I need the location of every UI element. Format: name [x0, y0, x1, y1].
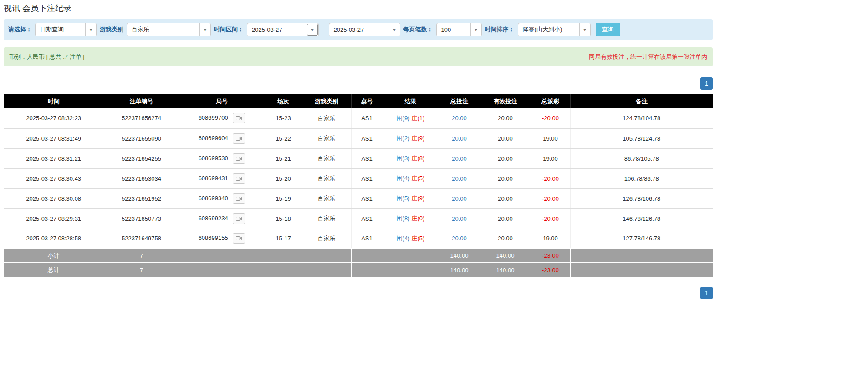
total-row: 总计 7 140.00 140.00 -23.00: [4, 263, 713, 277]
round-video-button[interactable]: [233, 213, 245, 224]
currency-total-text: 币别：人民币 | 总共 :7 注单 |: [9, 53, 85, 61]
cell-session: 15-17: [265, 229, 302, 249]
search-button[interactable]: 查询: [596, 23, 620, 36]
cell-remark: 146.78/126.78: [570, 208, 713, 229]
total-bet-link[interactable]: 20.00: [452, 215, 467, 222]
chevron-down-icon[interactable]: ▾: [307, 24, 318, 36]
summary-bar: 币别：人民币 | 总共 :7 注单 | 同局有效投注，统一计算在该局第一张注单内: [4, 47, 713, 66]
cell-game-type: 百家乐: [302, 148, 351, 168]
page-1-button[interactable]: 1: [700, 287, 713, 299]
date-from-select[interactable]: 2025-03-27 ▾: [247, 23, 319, 36]
round-id-text: 608699431: [199, 174, 228, 181]
result-player: 闲(5): [397, 195, 410, 202]
cell-valid-bet: 20.00: [480, 188, 531, 208]
round-video-button[interactable]: [233, 173, 245, 184]
cell-table-no: AS1: [351, 229, 383, 249]
round-video-button[interactable]: [233, 233, 245, 244]
cell-game-type: 百家乐: [302, 229, 351, 249]
page-size-select[interactable]: 100 ▾: [436, 23, 482, 36]
page-title: 视讯 会员下注纪录: [4, 3, 713, 14]
total-bet-link[interactable]: 20.00: [452, 235, 467, 242]
cell-total-bet: 20.00: [439, 148, 480, 168]
cell-valid-bet: 20.00: [480, 229, 531, 249]
round-video-button[interactable]: [233, 193, 245, 204]
page-size-label: 每页笔数：: [403, 25, 433, 34]
result-player: 闲(4): [397, 235, 410, 242]
cell-game-type: 百家乐: [302, 168, 351, 188]
col-game-type: 游戏类别: [302, 94, 351, 108]
total-bet-link[interactable]: 20.00: [452, 115, 467, 122]
cell-round-id: 608699700: [179, 108, 265, 128]
video-icon: [236, 176, 242, 181]
video-icon: [236, 116, 242, 121]
page-1-button[interactable]: 1: [700, 77, 713, 90]
cell-session: 15-20: [265, 168, 302, 188]
chevron-down-icon[interactable]: ▾: [470, 23, 481, 36]
col-bet-id: 注单编号: [104, 94, 179, 108]
query-type-select[interactable]: 日期查询 ▾: [35, 23, 97, 36]
query-type-value: 日期查询: [36, 23, 85, 36]
cell-session: 15-19: [265, 188, 302, 208]
table-row: 2025-03-27 08:28:58 522371649758 6086991…: [4, 229, 713, 249]
total-bet-link[interactable]: 20.00: [452, 155, 467, 162]
sort-order-value: 降幂(由大到小): [518, 23, 579, 36]
cell-remark: 124.78/104.78: [570, 108, 713, 128]
cell-remark: 86.78/105.78: [570, 148, 713, 168]
table-header-row: 时间 注单编号 局号 场次 游戏类别 桌号 结果 总投注 有效投注 总派彩 备注: [4, 94, 713, 108]
round-video-button[interactable]: [233, 113, 245, 123]
subtotal-total-bet: 140.00: [439, 249, 480, 263]
page: 视讯 会员下注纪录 请选择： 日期查询 ▾ 游戏类别 百家乐 ▾ 时间区间： 2…: [4, 3, 713, 299]
table-row: 2025-03-27 08:29:31 522371650773 6086992…: [4, 208, 713, 229]
cell-valid-bet: 20.00: [480, 108, 531, 128]
subtotal-row: 小计 7 140.00 140.00 -23.00: [4, 249, 713, 263]
cell-game-type: 百家乐: [302, 208, 351, 229]
round-id-text: 608699530: [199, 154, 228, 161]
chevron-down-icon[interactable]: ▾: [85, 23, 96, 36]
table-row: 2025-03-27 08:30:08 522371651952 6086993…: [4, 188, 713, 208]
total-total-bet: 140.00: [439, 263, 480, 277]
cell-game-type: 百家乐: [302, 108, 351, 128]
chevron-down-icon[interactable]: ▾: [579, 23, 590, 36]
video-icon: [236, 216, 242, 221]
cell-round-id: 608699530: [179, 148, 265, 168]
cell-time: 2025-03-27 08:28:58: [4, 229, 104, 249]
round-id-text: 608699340: [199, 194, 228, 201]
cell-payout: 19.00: [531, 229, 570, 249]
result-banker: 庄(5): [412, 235, 425, 242]
cell-result: 闲(5)庄(9): [383, 188, 439, 208]
video-icon: [236, 156, 242, 161]
page-size-value: 100: [437, 23, 470, 36]
col-session: 场次: [265, 94, 302, 108]
result-player: 闲(8): [397, 215, 410, 222]
cell-total-bet: 20.00: [439, 168, 480, 188]
game-type-select[interactable]: 百家乐 ▾: [127, 23, 211, 36]
cell-valid-bet: 20.00: [480, 148, 531, 168]
valid-bet-notice: 同局有效投注，统一计算在该局第一张注单内: [589, 53, 707, 61]
date-to-select[interactable]: 2025-03-27 ▾: [329, 23, 400, 36]
cell-remark: 106.78/86.78: [570, 168, 713, 188]
col-payout: 总派彩: [531, 94, 570, 108]
cell-time: 2025-03-27 08:30:08: [4, 188, 104, 208]
round-id-text: 608699155: [199, 234, 228, 241]
filter-bar: 请选择： 日期查询 ▾ 游戏类别 百家乐 ▾ 时间区间： 2025-03-27 …: [4, 19, 713, 40]
cell-result: 闲(9)庄(1): [383, 108, 439, 128]
cell-total-bet: 20.00: [439, 229, 480, 249]
cell-bet-id: 522371654255: [104, 148, 179, 168]
cell-bet-id: 522371651952: [104, 188, 179, 208]
cell-result: 闲(4)庄(5): [383, 168, 439, 188]
cell-payout: -20.00: [531, 108, 570, 128]
total-bet-link[interactable]: 20.00: [452, 195, 467, 202]
round-video-button[interactable]: [233, 153, 245, 164]
round-video-button[interactable]: [233, 133, 245, 144]
total-bet-link[interactable]: 20.00: [452, 135, 467, 142]
result-player: 闲(2): [397, 135, 410, 142]
sort-order-select[interactable]: 降幂(由大到小) ▾: [518, 23, 591, 36]
chevron-down-icon[interactable]: ▾: [199, 23, 210, 36]
cell-payout: -20.00: [531, 208, 570, 229]
chevron-down-icon[interactable]: ▾: [389, 23, 400, 36]
table-row: 2025-03-27 08:31:49 522371655090 6086996…: [4, 128, 713, 148]
col-time: 时间: [4, 94, 104, 108]
col-remark: 备注: [570, 94, 713, 108]
total-bet-link[interactable]: 20.00: [452, 175, 467, 182]
cell-payout: -20.00: [531, 168, 570, 188]
